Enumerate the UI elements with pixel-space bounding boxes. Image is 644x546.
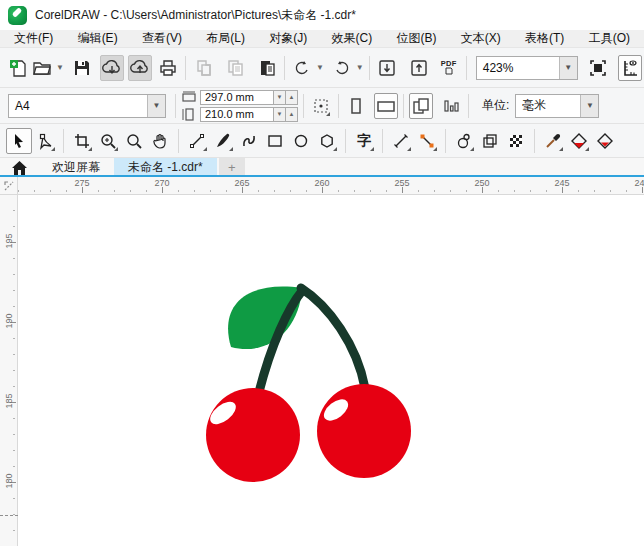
text-tool[interactable]: 字 xyxy=(351,128,377,154)
menu-bitmaps[interactable]: 位图(B) xyxy=(396,30,436,47)
open-from-cloud-button[interactable] xyxy=(100,55,124,81)
open-folder-icon xyxy=(32,58,52,78)
shape-tool[interactable] xyxy=(32,128,58,154)
landscape-orientation-button[interactable] xyxy=(374,93,398,119)
cherry-left[interactable] xyxy=(206,388,300,482)
redo-dropdown-caret[interactable]: ▼ xyxy=(356,63,364,72)
coreldraw-app-icon xyxy=(8,6,27,25)
undo-dropdown-caret[interactable]: ▼ xyxy=(316,63,324,72)
toolbar-separator xyxy=(369,56,370,80)
page-height-field[interactable]: 210.0 mm xyxy=(200,107,274,122)
nudge-offset-button[interactable] xyxy=(309,93,333,119)
page-width-stepper[interactable]: ▼▲ xyxy=(274,90,298,105)
menu-tools[interactable]: 工具(O) xyxy=(589,30,630,47)
portrait-orientation-button[interactable] xyxy=(344,93,368,119)
freehand-tool[interactable] xyxy=(184,128,210,154)
redo-button[interactable] xyxy=(330,55,354,81)
menu-text[interactable]: 文本(X) xyxy=(461,30,501,47)
page-height-stepper[interactable]: ▼▲ xyxy=(274,107,298,122)
pick-tool[interactable] xyxy=(6,128,32,154)
units-label: 单位: xyxy=(482,97,509,114)
ruler-label: 185 xyxy=(4,392,14,410)
connector-icon xyxy=(418,132,436,150)
cherry-stem-right[interactable] xyxy=(301,288,365,388)
new-document-button[interactable] xyxy=(6,55,30,81)
rectangle-tool[interactable] xyxy=(262,128,288,154)
freehand-line-icon xyxy=(188,132,206,150)
cherry-right[interactable] xyxy=(317,384,411,478)
toolbar-separator xyxy=(178,129,179,153)
current-page-button[interactable] xyxy=(439,93,463,119)
units-combobox[interactable]: 毫米 ▼ xyxy=(515,94,599,118)
fullscreen-icon xyxy=(588,58,608,78)
export-button[interactable] xyxy=(407,55,431,81)
import-button[interactable] xyxy=(375,55,399,81)
menu-table[interactable]: 表格(T) xyxy=(525,30,564,47)
menu-effects[interactable]: 效果(C) xyxy=(331,30,372,47)
units-dropdown-button[interactable]: ▼ xyxy=(580,95,598,117)
pick-arrow-icon xyxy=(10,132,28,150)
rectangle-icon xyxy=(266,132,284,150)
ruler-label: 195 xyxy=(4,232,14,250)
smart-fill-tool[interactable] xyxy=(592,128,618,154)
pattern-fill-tool[interactable] xyxy=(503,128,529,154)
export-icon xyxy=(409,58,429,78)
interactive-fill-tool[interactable] xyxy=(566,128,592,154)
page-width-field[interactable]: 297.0 mm xyxy=(200,90,274,105)
artistic-media-tool[interactable] xyxy=(210,128,236,154)
contour-circles-icon xyxy=(455,132,473,150)
undo-button[interactable] xyxy=(290,55,314,81)
page-size-preset-combobox[interactable]: A4 ▼ xyxy=(8,94,166,118)
preset-dropdown-button[interactable]: ▼ xyxy=(147,95,165,117)
document-tab-bar: 欢迎屏幕 未命名 -1.cdr* + xyxy=(0,158,644,177)
copy-icon xyxy=(225,58,245,78)
polygon-tool[interactable] xyxy=(314,128,340,154)
ruler-label: 250 xyxy=(474,178,489,188)
save-to-cloud-button[interactable] xyxy=(128,55,152,81)
horizontal-ruler[interactable]: 275270265260255250245240 xyxy=(18,177,644,195)
menu-edit[interactable]: 编辑(E) xyxy=(78,30,118,47)
print-button[interactable] xyxy=(156,55,180,81)
pen-tool[interactable] xyxy=(236,128,262,154)
save-button[interactable] xyxy=(70,55,94,81)
ruler-origin-button[interactable] xyxy=(0,177,18,195)
zoom-tool[interactable] xyxy=(95,128,121,154)
zoom-dropdown-button[interactable]: ▼ xyxy=(559,57,577,79)
crop-tool[interactable] xyxy=(69,128,95,154)
pdf-icon: PDF xyxy=(441,60,457,76)
cherry-drawing[interactable] xyxy=(18,195,644,546)
all-pages-button[interactable] xyxy=(409,93,433,119)
dimension-tool[interactable] xyxy=(388,128,414,154)
menu-file[interactable]: 文件(F) xyxy=(14,30,53,47)
menu-layout[interactable]: 布局(L) xyxy=(206,30,245,47)
cut-button[interactable] xyxy=(191,55,215,81)
paste-icon xyxy=(257,58,277,78)
eyedropper-tool[interactable] xyxy=(540,128,566,154)
show-rulers-button[interactable] xyxy=(618,55,642,81)
zoom-out-tool[interactable] xyxy=(121,128,147,154)
window-title: CorelDRAW - C:\Users\Administrator\Pictu… xyxy=(35,7,356,24)
zoom-level-combobox[interactable]: 423% ▼ xyxy=(476,56,578,80)
copy-button[interactable] xyxy=(223,55,247,81)
fullscreen-preview-button[interactable] xyxy=(586,55,610,81)
ellipse-tool[interactable] xyxy=(288,128,314,154)
publish-to-pdf-button[interactable]: PDF xyxy=(437,55,461,81)
home-icon xyxy=(12,161,27,175)
ruler-label: 275 xyxy=(74,178,89,188)
menu-view[interactable]: 查看(V) xyxy=(142,30,182,47)
open-button[interactable] xyxy=(30,55,54,81)
cherry-leaf[interactable] xyxy=(228,287,302,349)
transparency-tool[interactable] xyxy=(477,128,503,154)
pan-tool[interactable] xyxy=(147,128,173,154)
toolbar-separator xyxy=(445,129,446,153)
polygon-icon xyxy=(318,132,336,150)
magnifier-plus-icon xyxy=(99,132,117,150)
connector-tool[interactable] xyxy=(414,128,440,154)
menu-object[interactable]: 对象(J) xyxy=(269,30,307,47)
paste-button[interactable] xyxy=(255,55,279,81)
vertical-ruler[interactable]: 195190185180 xyxy=(0,195,18,546)
open-dropdown-caret[interactable]: ▼ xyxy=(56,63,64,72)
contour-tool[interactable] xyxy=(451,128,477,154)
drawing-canvas[interactable] xyxy=(18,195,644,546)
import-icon xyxy=(377,58,397,78)
